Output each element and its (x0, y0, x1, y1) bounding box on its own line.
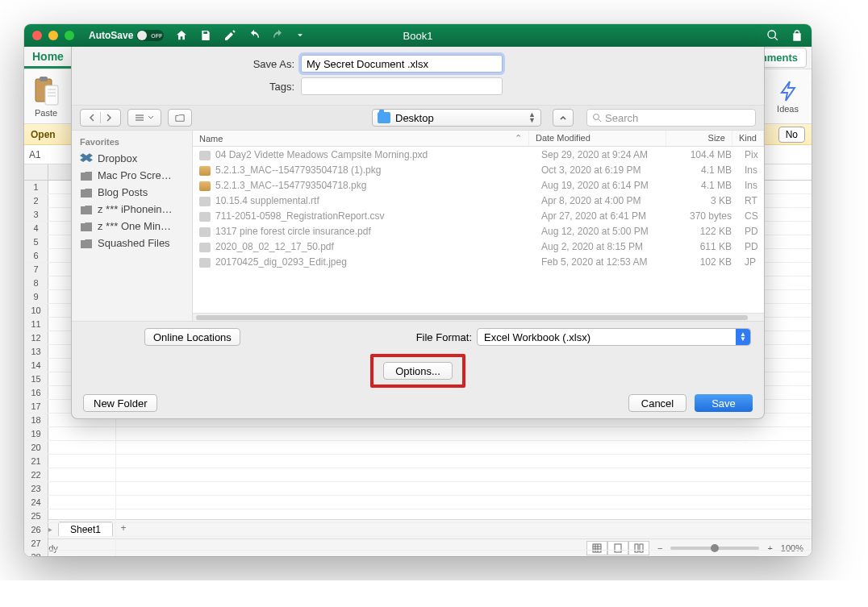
sidebar-item[interactable]: Mac Pro Scre… (72, 167, 192, 184)
sidebar-item[interactable]: Dropbox (72, 150, 192, 167)
row-header[interactable]: 18 (24, 414, 48, 426)
cell[interactable] (48, 523, 116, 536)
sidebar-item[interactable]: Blog Posts (72, 184, 192, 201)
search-input[interactable]: Search (586, 109, 756, 127)
sidebar-item[interactable]: Squashed Files (72, 235, 192, 252)
row-header[interactable]: 20 (24, 441, 48, 454)
file-row[interactable]: 2020_08_02_12_17_50.pdfAug 2, 2020 at 8:… (193, 239, 764, 254)
row-header[interactable]: 21 (24, 455, 48, 468)
redo-icon[interactable] (272, 29, 285, 42)
file-format-select[interactable]: Excel Workbook (.xlsx) ▲▼ (477, 328, 751, 346)
paste-button[interactable]: Paste (32, 76, 60, 118)
row-header[interactable]: 13 (24, 345, 48, 358)
row-header[interactable]: 12 (24, 331, 48, 344)
row-header[interactable]: 22 (24, 468, 48, 481)
row-header[interactable]: 15 (24, 372, 48, 385)
row-header[interactable]: 24 (24, 496, 48, 509)
row-header[interactable]: 5 (24, 235, 48, 248)
ideas-button[interactable]: Ideas (777, 80, 799, 114)
sidebar-item[interactable]: z *** One Min… (72, 218, 192, 235)
horizontal-scrollbar[interactable] (193, 313, 764, 321)
file-kind: Ins (738, 164, 764, 176)
location-selector[interactable]: Desktop ▲▼ (372, 109, 541, 127)
cell[interactable] (48, 441, 116, 454)
row-header[interactable]: 14 (24, 359, 48, 372)
file-row[interactable]: 20170425_dig_0293_Edit.jpegFeb 5, 2020 a… (193, 254, 764, 269)
cancel-button[interactable]: Cancel (628, 394, 686, 412)
view-mode-button[interactable] (127, 109, 161, 127)
column-size-header[interactable]: Size (666, 131, 732, 146)
row-header[interactable]: 16 (24, 386, 48, 399)
group-button[interactable] (168, 109, 192, 127)
cell[interactable] (48, 427, 116, 440)
row-header[interactable]: 2 (24, 194, 48, 207)
file-date: Apr 27, 2020 at 6:41 PM (535, 210, 672, 222)
row-header[interactable]: 9 (24, 290, 48, 303)
autosave-toggle[interactable]: AutoSave OFF (89, 30, 164, 41)
options-button[interactable]: Options... (383, 362, 453, 380)
row-header[interactable]: 11 (24, 318, 48, 331)
row-header[interactable]: 7 (24, 263, 48, 276)
file-size: 122 KB (672, 226, 738, 237)
share-icon[interactable] (791, 29, 803, 42)
back-forward-buttons[interactable] (80, 109, 121, 127)
online-locations-button[interactable]: Online Locations (144, 328, 240, 346)
row-header[interactable]: 10 (24, 304, 48, 317)
row-header[interactable]: 28 (24, 551, 48, 556)
close-window-button[interactable] (32, 31, 42, 40)
row-header[interactable]: 27 (24, 537, 48, 550)
file-name: 5.2.1.3_MAC--1547793504718 (1).pkg (193, 164, 535, 176)
minimize-window-button[interactable] (48, 31, 58, 40)
no-button[interactable]: No (778, 127, 805, 143)
cell[interactable] (48, 455, 116, 468)
row-header[interactable]: 6 (24, 249, 48, 262)
new-folder-button[interactable]: New Folder (83, 394, 157, 412)
file-row[interactable]: 04 Day2 Vidette Meadows Campsite Morning… (193, 147, 764, 162)
save-as-input[interactable] (301, 55, 503, 73)
zoom-slider[interactable] (670, 547, 759, 550)
file-row[interactable]: 711-2051-0598_RegistrationReport.csvApr … (193, 208, 764, 223)
row-header[interactable]: 8 (24, 276, 48, 289)
row-header[interactable]: 4 (24, 222, 48, 235)
cell[interactable] (48, 496, 116, 509)
column-name-header[interactable]: Name ⌃ (193, 131, 529, 146)
edit-icon[interactable] (223, 29, 236, 42)
svg-rect-1 (40, 77, 48, 81)
cell[interactable] (48, 468, 116, 481)
row-header[interactable]: 17 (24, 400, 48, 413)
cell[interactable] (48, 482, 116, 495)
autosave-switch[interactable]: OFF (136, 30, 164, 41)
file-row[interactable]: 5.2.1.3_MAC--1547793504718.pkgAug 19, 20… (193, 177, 764, 193)
document-title: Book1 (403, 30, 433, 42)
column-kind-header[interactable]: Kind (732, 131, 764, 146)
cell[interactable] (48, 537, 116, 550)
row-header[interactable]: 26 (24, 523, 48, 536)
search-icon (592, 113, 602, 123)
file-row[interactable]: 10.15.4 supplemental.rtfApr 8, 2020 at 4… (193, 193, 764, 208)
file-row[interactable]: 5.2.1.3_MAC--1547793504718 (1).pkgOct 3,… (193, 162, 764, 177)
zoom-window-button[interactable] (65, 31, 74, 40)
row-header[interactable]: 3 (24, 208, 48, 221)
sidebar-item[interactable]: z *** iPhonein… (72, 201, 192, 218)
collapse-button[interactable] (553, 109, 574, 127)
search-icon[interactable] (766, 29, 779, 42)
folder-plus-icon (175, 113, 185, 123)
row-header[interactable]: 1 (24, 181, 48, 193)
file-row[interactable]: 1317 pine forest circle insurance.pdfAug… (193, 223, 764, 239)
dropdown-icon[interactable] (296, 29, 304, 42)
save-icon[interactable] (199, 29, 212, 42)
name-box[interactable]: A1 (24, 149, 77, 160)
tab-home[interactable]: Home (24, 47, 72, 69)
home-icon[interactable] (175, 29, 188, 42)
file-kind: PD (738, 226, 764, 237)
tags-input[interactable] (301, 77, 503, 95)
row-header[interactable]: 25 (24, 509, 48, 522)
cell[interactable] (48, 551, 116, 556)
undo-icon[interactable] (248, 29, 261, 42)
column-date-header[interactable]: Date Modified (529, 131, 666, 146)
cell[interactable] (48, 509, 116, 522)
save-button[interactable]: Save (695, 394, 753, 412)
row-header[interactable]: 23 (24, 482, 48, 495)
row-header[interactable]: 19 (24, 427, 48, 440)
select-all-corner[interactable] (24, 164, 48, 180)
